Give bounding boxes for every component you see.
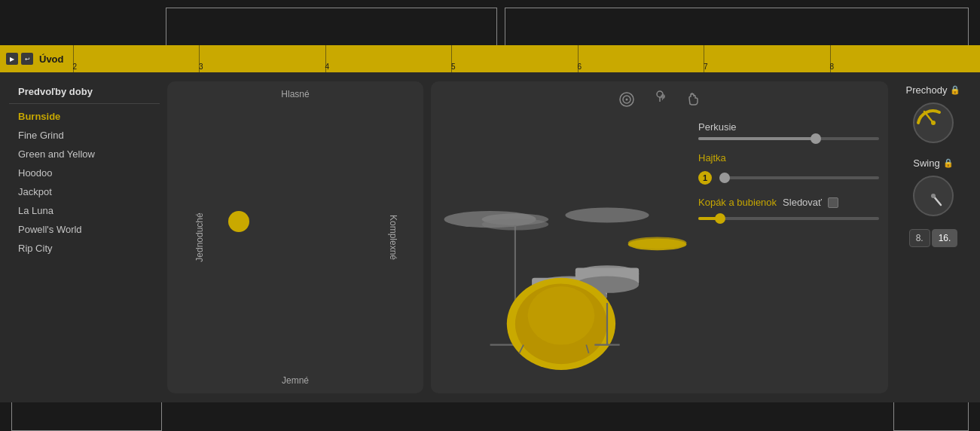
sidebar-item-fine-grind[interactable]: Fine Grind (9, 126, 160, 145)
kopak-section: Kopák a bubienok Sledovať (698, 197, 879, 220)
sidebar-item-hoodoo[interactable]: Hoodoo (9, 164, 160, 182)
sidebar-item-jackpot[interactable]: Jackpot (9, 182, 160, 201)
swing-label-row: Swing 🔒 (913, 157, 953, 169)
swing-label: Swing (913, 157, 939, 169)
svg-point-2 (625, 99, 627, 101)
hajtka-slider[interactable] (719, 176, 879, 179)
sidebar-item-burnside[interactable]: Burnside (9, 107, 160, 126)
swing-section: Swing 🔒 8. 16. (896, 157, 971, 247)
prechody-section: Prechody 🔒 (896, 84, 971, 145)
right-panel: Prechody 🔒 Swing 🔒 (896, 81, 971, 393)
sledovat-checkbox[interactable] (828, 197, 838, 208)
xy-dot[interactable] (228, 211, 249, 232)
svg-point-32 (931, 194, 936, 198)
sidebar-item-la-luna[interactable]: La Luna (9, 201, 160, 220)
sidebar-item-green-and-yellow[interactable]: Green and Yellow (9, 145, 160, 164)
svg-point-21 (528, 286, 595, 345)
hajtka-row: Hajtka (698, 152, 879, 164)
sidebar-item-powells-world[interactable]: Powell's World (9, 220, 160, 239)
timeline-title: Úvod (39, 53, 64, 65)
drum-area: Perkusie Hajtka 1 (431, 81, 888, 393)
xy-label-top: Hlasné (281, 89, 309, 99)
kopak-slider[interactable] (698, 217, 879, 220)
swing-lock-icon[interactable]: 🔒 (943, 158, 954, 168)
bottom-brackets-area (0, 402, 980, 431)
perkusie-slider[interactable] (698, 137, 879, 140)
perkusie-label: Perkusie (698, 121, 879, 133)
hajtka-label: Hajtka (698, 152, 726, 164)
sidebar-header: Predvoľby doby (9, 81, 160, 104)
hajtka-section: Hajtka 1 (698, 152, 879, 185)
mic-icon[interactable] (651, 90, 669, 112)
sidebar-item-rip-city[interactable]: Rip City (9, 239, 160, 258)
ruler: 2 3 4 5 6 7 8 (73, 45, 975, 72)
drum-kit-area: Perkusie Hajtka 1 (440, 121, 879, 384)
perkusie-section: Perkusie (698, 121, 879, 140)
swing-knob[interactable] (911, 173, 956, 219)
hand-icon[interactable] (684, 90, 702, 112)
prechody-label: Prechody (906, 84, 948, 96)
num-btn-8[interactable]: 8. (909, 229, 930, 247)
timeline-icons: ▶ ↩ (6, 53, 33, 65)
xy-label-left: Jednoduché (194, 212, 205, 261)
drum-icons-row (440, 90, 879, 112)
loop-icon[interactable]: ↩ (21, 53, 33, 65)
hihat-icon[interactable] (618, 90, 636, 112)
prechody-label-row: Prechody 🔒 (906, 84, 961, 96)
bracket-left (166, 8, 497, 45)
sidebar: Predvoľby doby Burnside Fine Grind Green… (9, 81, 160, 393)
bracket-bottom-left (11, 402, 162, 431)
drum-visual[interactable] (440, 121, 691, 384)
xy-label-right: Komplexné (388, 215, 398, 260)
svg-point-26 (628, 237, 687, 249)
play-icon[interactable]: ▶ (6, 53, 18, 65)
top-brackets-area (0, 0, 980, 45)
main-content: Predvoľby doby Burnside Fine Grind Green… (0, 72, 980, 402)
bracket-bottom-right (893, 402, 969, 431)
bracket-bottom-spacer (169, 402, 886, 431)
timeline: ▶ ↩ Úvod 2 3 4 5 6 7 8 (0, 45, 980, 72)
svg-point-11 (482, 219, 549, 231)
sledovat-label: Sledovať (783, 197, 822, 208)
xy-label-bottom: Jemné (282, 375, 309, 386)
bracket-right (505, 8, 969, 45)
hajtka-badge: 1 (698, 171, 712, 185)
kopak-row: Kopák a bubienok Sledovať (698, 197, 879, 208)
xy-pad[interactable]: Hlasné Jemné Jednoduché Komplexné (167, 81, 423, 393)
prechody-knob[interactable] (911, 100, 956, 145)
num-buttons: 8. 16. (909, 229, 958, 247)
svg-point-6 (566, 208, 649, 223)
prechody-lock-icon[interactable]: 🔒 (950, 85, 960, 95)
drum-controls: Perkusie Hajtka 1 (698, 121, 879, 384)
kopak-label: Kopák a bubienok (698, 197, 777, 208)
num-btn-16[interactable]: 16. (932, 229, 958, 247)
